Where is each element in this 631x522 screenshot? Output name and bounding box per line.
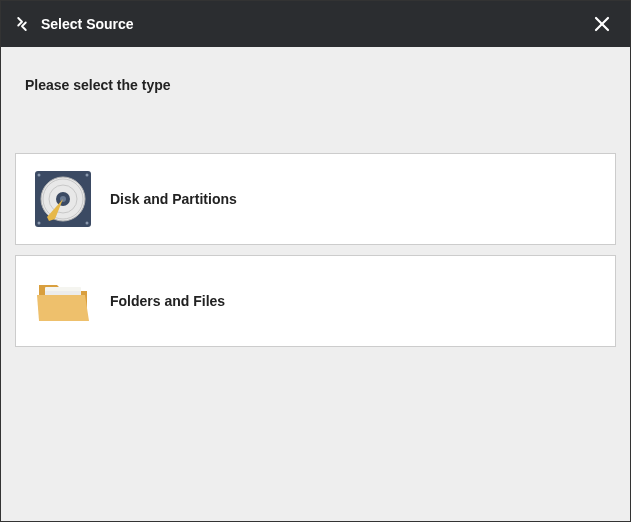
svg-point-11 [86,222,89,225]
prompt-text: Please select the type [25,77,616,93]
option-disk-partitions[interactable]: Disk and Partitions [15,153,616,245]
dialog-window: Select Source Please select the type [0,0,631,522]
svg-point-10 [38,222,41,225]
close-button[interactable] [588,10,616,38]
titlebar: Select Source [1,1,630,47]
disk-icon [32,168,94,230]
option-label: Disk and Partitions [110,191,237,207]
option-label: Folders and Files [110,293,225,309]
svg-point-8 [38,174,41,177]
dialog-title: Select Source [41,16,588,32]
option-folders-files[interactable]: Folders and Files [15,255,616,347]
close-icon [593,15,611,33]
svg-point-9 [86,174,89,177]
dialog-content: Please select the type Disk and Par [1,47,630,521]
folder-icon [32,270,94,332]
app-icon [13,15,31,33]
